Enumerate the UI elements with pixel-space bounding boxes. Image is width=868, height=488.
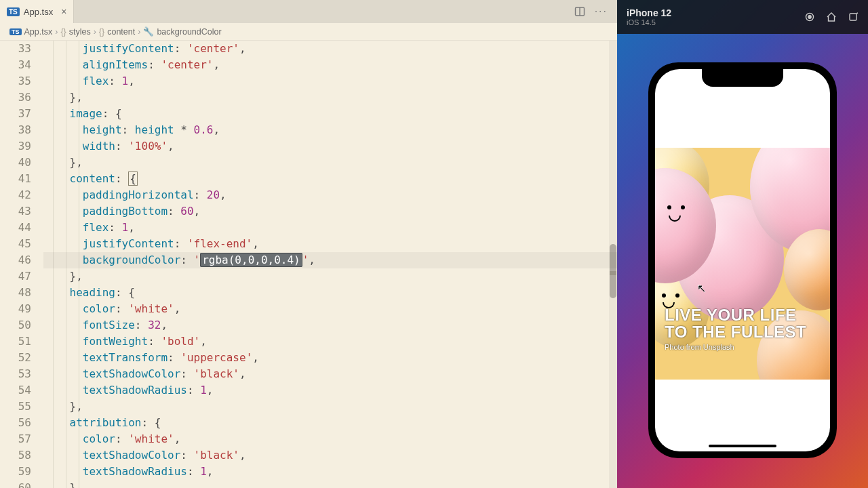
code-line[interactable]: height: height * 0.6, [43,122,617,138]
code-line[interactable]: textShadowColor: 'black', [43,366,617,382]
code-line[interactable]: color: 'white', [43,431,617,447]
code-line[interactable]: textTransform: 'uppercase', [43,350,617,366]
code-editor[interactable]: 3334353637383940414243444546474849505152… [0,41,617,488]
split-editor-icon[interactable] [574,6,585,17]
property-icon: 🔧 [143,26,154,37]
line-number: 47 [0,268,31,285]
code-line[interactable]: fontSize: 32, [43,317,617,333]
ts-file-icon: TS [7,7,20,16]
mouse-cursor-icon: ↖ [697,282,706,295]
simulator-toolbar: iPhone 12 iOS 14.5 [617,0,868,34]
code-line[interactable]: }, [43,89,617,106]
simulator-os-version: iOS 14.5 [627,18,671,26]
code-line[interactable]: image: { [43,106,617,122]
code-body[interactable]: justifyContent: 'center', alignItems: 'c… [41,41,617,488]
line-number: 37 [0,106,31,122]
home-icon[interactable] [826,12,837,22]
rotate-icon[interactable] [848,12,859,22]
close-tab-icon[interactable]: × [61,6,66,17]
line-number: 54 [0,382,31,399]
breadcrumb-file[interactable]: App.tsx [24,27,53,37]
line-number: 53 [0,366,31,382]
tab-app-tsx[interactable]: TS App.tsx × [0,0,74,23]
more-actions-icon[interactable]: ··· [595,5,608,18]
code-line[interactable]: backgroundColor: 'rgba(0,0,0,0.4)', [43,252,617,268]
code-line[interactable]: }, [43,480,617,488]
chevron-right-icon: › [94,27,96,37]
line-number: 42 [0,187,31,203]
code-line[interactable]: heading: { [43,285,617,301]
background-image: Live your life to the fullest Photo from… [655,148,830,380]
code-line[interactable]: textShadowColor: 'black', [43,447,617,464]
line-number: 43 [0,203,31,220]
line-number: 51 [0,333,31,350]
line-number: 59 [0,464,31,480]
symbol-icon: {} [99,27,104,37]
content-overlay: Live your life to the fullest Photo from… [655,148,830,380]
line-number: 39 [0,138,31,155]
breadcrumb-segment[interactable]: styles [69,27,91,37]
code-line[interactable]: color: 'white', [43,301,617,317]
breadcrumb-segment[interactable]: backgroundColor [157,27,221,37]
code-line[interactable]: alignItems: 'center', [43,57,617,73]
ts-file-icon: TS [9,28,22,35]
device-notch [702,69,783,87]
simulator-device-name: iPhone 12 [627,7,671,18]
line-number: 41 [0,171,31,187]
line-number: 48 [0,285,31,301]
code-line[interactable]: textShadowRadius: 1, [43,382,617,399]
code-line[interactable]: textShadowRadius: 1, [43,464,617,480]
line-number: 52 [0,350,31,366]
tabbar-actions: ··· [574,0,617,23]
line-number: 55 [0,399,31,415]
simulator-device-info: iPhone 12 iOS 14.5 [627,7,671,26]
line-number: 35 [0,73,31,89]
overview-ruler-mark [610,271,616,275]
svg-rect-4 [850,14,856,20]
code-line[interactable]: attribution: { [43,415,617,431]
heading-text: Live your life to the fullest [665,306,821,340]
line-number: 57 [0,431,31,447]
code-line[interactable]: fontWeight: 'bold', [43,333,617,350]
line-number: 34 [0,57,31,73]
chevron-right-icon: › [55,27,58,37]
code-line[interactable]: }, [43,399,617,415]
line-number: 45 [0,236,31,252]
line-number: 49 [0,301,31,317]
simulator-pane: iPhone 12 iOS 14.5 [617,0,868,488]
attribution-text: Photo from Unsplash [665,343,821,351]
tab-filename: App.tsx [24,7,53,17]
line-number: 60 [0,480,31,488]
svg-point-3 [808,16,811,18]
code-line[interactable]: }, [43,155,617,171]
code-line[interactable]: justifyContent: 'center', [43,41,617,57]
home-indicator [709,445,776,447]
code-line[interactable]: width: '100%', [43,138,617,155]
line-number: 58 [0,447,31,464]
line-number: 36 [0,89,31,106]
screenshot-icon[interactable] [804,12,815,22]
line-number-gutter: 3334353637383940414243444546474849505152… [0,41,41,488]
code-line[interactable]: flex: 1, [43,73,617,89]
breadcrumbs[interactable]: TS App.tsx › {} styles › {} content › 🔧 … [0,23,617,41]
breadcrumb-segment[interactable]: content [107,27,135,37]
line-number: 40 [0,155,31,171]
code-line[interactable]: }, [43,268,617,285]
chevron-right-icon: › [138,27,140,37]
device-screen[interactable]: Live your life to the fullest Photo from… [655,69,830,451]
editor-pane: TS App.tsx × ··· TS App.tsx › {} styles … [0,0,617,488]
code-line[interactable]: flex: 1, [43,220,617,236]
code-line[interactable]: content: { [43,171,617,187]
vertical-scrollbar[interactable] [609,41,617,488]
line-number: 44 [0,220,31,236]
line-number: 33 [0,41,31,57]
device-frame: Live your life to the fullest Photo from… [648,62,837,458]
code-line[interactable]: justifyContent: 'flex-end', [43,236,617,252]
code-line[interactable]: paddingBottom: 60, [43,203,617,220]
tab-bar: TS App.tsx × ··· [0,0,617,23]
line-number: 50 [0,317,31,333]
line-number: 38 [0,122,31,138]
code-line[interactable]: paddingHorizontal: 20, [43,187,617,203]
line-number: 56 [0,415,31,431]
line-number: 46 [0,252,31,268]
